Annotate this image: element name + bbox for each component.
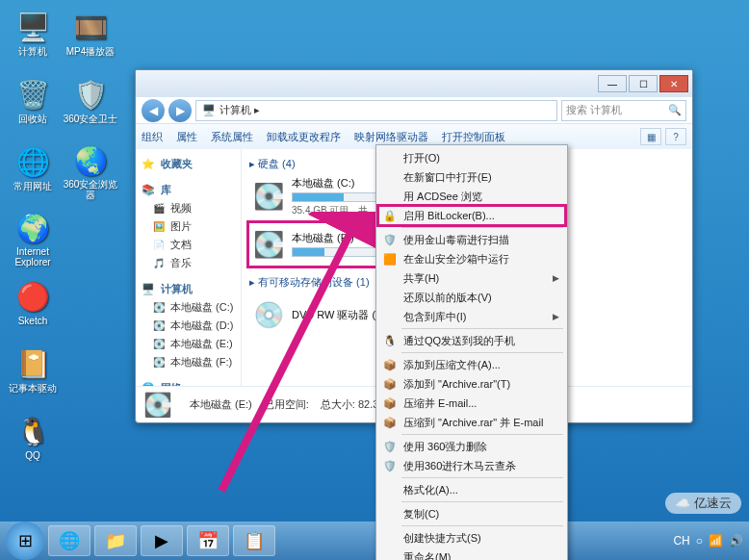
nav-drive-d[interactable]: 💽本地磁盘 (D:) [136,317,241,335]
desktop-icon-360safe[interactable]: 🛡️360安全卫士 [62,75,119,133]
ctx-item-label: 在金山安全沙箱中运行 [403,252,509,267]
desktop-icon-recycle[interactable]: 🗑️回收站 [4,75,62,133]
nav-libraries[interactable]: 📚库 [136,181,241,199]
ctx-item-icon: 🛡️ [382,460,398,472]
ctx-item[interactable]: 包含到库中(I)▶ [378,307,565,326]
navigation-pane: ⭐收藏夹 📚库 🎬视频 🖼️图片 📄文档 🎵音乐 🖥️计算机 💽本地磁盘 (C:… [136,149,242,386]
maximize-button[interactable]: ☐ [629,75,658,92]
desktop-icon-qq[interactable]: 🐧QQ [4,412,62,470]
ctx-item[interactable]: 重命名(M) [378,547,565,560]
mp4-icon: 🎞️ [71,8,110,46]
desktop-label: 回收站 [18,114,47,124]
nav-computer[interactable]: 🖥️计算机 [136,280,241,298]
ctx-item[interactable]: 格式化(A)... [378,480,565,499]
ctx-item[interactable]: 用 ACDSee 浏览 [378,187,565,206]
taskbar-app[interactable]: 📅 [187,525,229,556]
nav-drive-c[interactable]: 💽本地磁盘 (C:) [136,298,241,317]
nav-label: 音乐 [170,256,192,270]
recycle-icon: 🗑️ [13,75,52,114]
computer-icon: 🖥️ [142,283,157,295]
tray-icon[interactable]: ○ [696,534,703,547]
desktop-icon-mp4[interactable]: 🎞️MP4播放器 [62,8,119,65]
ctx-item[interactable]: 🔒启用 BitLocker(B)... [378,206,565,225]
ctx-item-icon: 📦 [382,417,398,429]
nav-music[interactable]: 🎵音乐 [136,254,241,272]
desktop-icon-360browser[interactable]: 🌏360安全浏览器 [62,142,119,200]
ctx-item-label: 压缩到 "Archive.rar" 并 E-mail [403,416,543,430]
ctx-item[interactable]: 在新窗口中打开(E) [378,167,565,187]
drive-icon: 💽 [153,357,167,368]
desktop-icon-ie[interactable]: 🌍Internet Explorer [4,210,62,267]
breadcrumb[interactable]: 🖥️ 计算机 ▸ [195,100,557,121]
system-tray[interactable]: CH ○ 📶 🔊 [673,534,743,547]
ctx-separator [401,352,563,353]
cmd-uninstall[interactable]: 卸载或更改程序 [267,130,341,144]
search-icon: 🔍 [668,104,682,116]
ctx-item[interactable]: 还原以前的版本(V) [378,288,565,307]
taskbar-explorer[interactable]: 📁 [94,525,137,556]
ctx-separator [401,227,563,228]
desktop-icon-sketch[interactable]: 🔴Sketch [4,277,62,335]
nav-favorites[interactable]: ⭐收藏夹 [136,155,241,173]
ctx-item[interactable]: 打开(O) [378,148,565,167]
cmd-properties[interactable]: 属性 [176,130,197,144]
minimize-button[interactable]: — [598,75,627,92]
tray-ime[interactable]: CH [673,534,689,547]
taskbar-ie[interactable]: 🌐 [48,525,90,556]
desktop-icon-sites[interactable]: 🌐常用网址 [4,142,62,200]
ctx-item[interactable]: 📦压缩并 E-mail... [378,394,565,413]
desktop-label: Internet Explorer [4,246,62,267]
watermark: ☁️ 亿速云 [665,493,741,514]
nav-pictures[interactable]: 🖼️图片 [136,217,241,236]
nav-documents[interactable]: 📄文档 [136,236,241,254]
nav-drive-e[interactable]: 💽本地磁盘 (E:) [136,335,241,353]
taskbar-media[interactable]: ▶ [141,525,183,556]
ctx-item[interactable]: 🐧通过QQ发送到我的手机 [378,331,565,350]
cmd-system-properties[interactable]: 系统属性 [211,130,253,144]
ctx-item-label: 启用 BitLocker(B)... [403,209,495,223]
nav-network[interactable]: 🌐网络 [136,379,241,386]
nav-label: 本地磁盘 (F:) [170,355,232,369]
ctx-item[interactable]: 创建快捷方式(S) [378,528,565,547]
ctx-separator [401,328,563,329]
tray-network-icon[interactable]: 📶 [709,534,723,547]
context-menu: 打开(O)在新窗口中打开(E)用 ACDSee 浏览🔒启用 BitLocker(… [375,144,568,560]
ctx-item[interactable]: 📦压缩到 "Archive.rar" 并 E-mail [378,413,565,432]
taskbar-app2[interactable]: 📋 [233,525,275,556]
ctx-item[interactable]: 🛡️使用金山毒霸进行扫描 [378,230,565,249]
ctx-item-icon: 🔒 [382,210,398,222]
ctx-item-icon: 📦 [382,359,398,371]
search-input[interactable]: 搜索 计算机 🔍 [561,100,686,121]
forward-button[interactable]: ▶ [168,99,192,122]
nav-label: 本地磁盘 (E:) [170,337,233,351]
ctx-item[interactable]: 📦添加到压缩文件(A)... [378,355,565,374]
ctx-item-label: 复制(C) [403,507,439,522]
ctx-item-label: 在新窗口中打开(E) [403,170,492,185]
back-button[interactable]: ◀ [142,99,165,122]
ctx-item[interactable]: 🛡️使用 360强力删除 [378,437,565,456]
desktop-icon-computer[interactable]: 🖥️计算机 [4,8,62,65]
cmd-map-drive[interactable]: 映射网络驱动器 [354,130,428,144]
ctx-item[interactable]: 复制(C) [378,504,565,523]
dvd-icon: 💿 [251,297,286,332]
close-button[interactable]: ✕ [659,75,688,92]
nav-videos[interactable]: 🎬视频 [136,199,241,217]
cmd-organize[interactable]: 组织 [142,130,163,144]
ctx-item-icon: 🛡️ [382,234,398,246]
ctx-item[interactable]: 🛡️使用360进行木马云查杀 [378,456,565,475]
computer-icon: 🖥️ [13,8,52,46]
ctx-item[interactable]: 📦添加到 "Archive.rar"(T) [378,374,565,394]
view-button[interactable]: ▦ [640,128,661,145]
ctx-item-label: 包含到库中(I) [403,310,466,324]
nav-drive-f[interactable]: 💽本地磁盘 (F:) [136,353,241,371]
ctx-item[interactable]: 共享(H)▶ [378,268,565,288]
chevron-right-icon: ▸ [251,104,260,116]
nav-label: 文档 [170,238,192,252]
desktop-icon-notebook[interactable]: 📔记事本驱动 [4,344,62,402]
tray-sound-icon[interactable]: 🔊 [729,534,743,547]
start-button[interactable]: ⊞ [6,522,44,560]
help-button[interactable]: ? [665,128,686,145]
computer-icon: 🖥️ [202,104,216,116]
ctx-item[interactable]: 🟧在金山安全沙箱中运行 [378,249,565,268]
cmd-control-panel[interactable]: 打开控制面板 [442,130,505,144]
